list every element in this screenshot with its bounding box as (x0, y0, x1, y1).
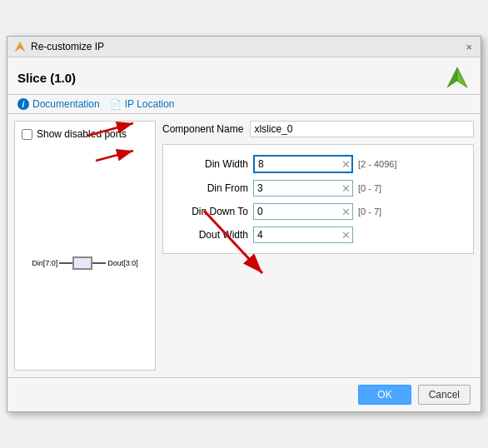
din-width-clear-button[interactable]: ✕ (341, 159, 351, 170)
din-from-input-wrap: ✕ (253, 180, 353, 197)
din-width-label: Din Width (173, 158, 248, 170)
left-panel: Show disabled ports Din[7:0] Dout[3:0] (14, 121, 156, 371)
component-name-label: Component Name (162, 123, 243, 135)
din-from-clear-button[interactable]: ✕ (341, 183, 351, 194)
arrows-area (162, 261, 474, 371)
din-from-input[interactable] (253, 180, 353, 197)
dout-label: Dout[3:0] (107, 259, 138, 267)
dout-port-right: Dout[3:0] (92, 259, 138, 267)
din-width-input-wrap: ✕ (253, 155, 353, 173)
component-box (72, 256, 92, 270)
slice-title: Slice (1.0) (17, 71, 76, 85)
nav-bar: i Documentation 📄 IP Location (7, 95, 481, 114)
dialog: Re-customize IP × Slice (1.0) i Document… (7, 36, 481, 412)
bottom-bar: OK Cancel (7, 377, 481, 411)
right-panel: Component Name Din Width ✕ [2 - 4096] Di… (162, 121, 474, 371)
din-down-to-clear-button[interactable]: ✕ (341, 207, 351, 217)
title-bar: Re-customize IP × (7, 37, 481, 57)
dialog-title: Re-customize IP (31, 41, 104, 52)
close-button[interactable]: × (464, 42, 474, 52)
dout-width-label: Dout Width (173, 229, 248, 241)
din-label: Din[7:0] (32, 259, 57, 267)
cancel-button[interactable]: Cancel (418, 385, 471, 405)
show-disabled-row: Show disabled ports (22, 128, 148, 140)
header-section: Slice (1.0) (7, 57, 481, 95)
title-bar-left: Re-customize IP (14, 41, 104, 52)
dout-width-input-wrap: ✕ (253, 226, 353, 243)
wire-right (92, 262, 106, 264)
din-down-to-range: [0 - 7] (358, 207, 381, 217)
location-icon: 📄 (110, 99, 122, 110)
show-disabled-checkbox[interactable] (22, 129, 32, 140)
din-down-to-input-wrap: ✕ (253, 203, 353, 220)
din-from-label: Din From (173, 182, 248, 194)
documentation-nav[interactable]: i Documentation (17, 98, 100, 110)
ok-button[interactable]: OK (358, 385, 411, 405)
svg-marker-0 (15, 42, 24, 51)
din-width-input[interactable] (253, 155, 353, 173)
svg-marker-2 (457, 67, 467, 87)
documentation-label: Documentation (32, 98, 100, 110)
dout-width-clear-button[interactable]: ✕ (341, 230, 351, 241)
show-disabled-label: Show disabled ports (37, 128, 127, 140)
din-down-to-label: Din Down To (173, 206, 248, 217)
info-icon: i (17, 98, 29, 110)
param-row-dout-width: Dout Width ✕ (173, 226, 463, 243)
din-down-to-input[interactable] (253, 203, 353, 220)
component-name-row: Component Name (162, 121, 474, 137)
wire-left (59, 262, 72, 264)
vivado-logo (444, 64, 471, 91)
ip-location-nav[interactable]: 📄 IP Location (110, 98, 175, 110)
dout-width-input[interactable] (253, 226, 353, 243)
param-row-din-down-to: Din Down To ✕ [0 - 7] (173, 203, 463, 220)
params-box: Din Width ✕ [2 - 4096] Din From ✕ [0 - 7… (162, 144, 474, 254)
ip-location-label: IP Location (125, 98, 175, 110)
param-row-din-from: Din From ✕ [0 - 7] (173, 180, 463, 197)
param-row-din-width: Din Width ✕ [2 - 4096] (173, 155, 463, 173)
content-area: Show disabled ports Din[7:0] Dout[3:0] C… (7, 114, 481, 377)
app-icon (14, 41, 26, 52)
din-port-left: Din[7:0] (32, 259, 72, 267)
component-diagram: Din[7:0] Dout[3:0] (22, 163, 148, 363)
din-width-range: [2 - 4096] (358, 159, 396, 169)
component-name-input[interactable] (250, 121, 474, 137)
din-from-range: [0 - 7] (358, 183, 381, 193)
